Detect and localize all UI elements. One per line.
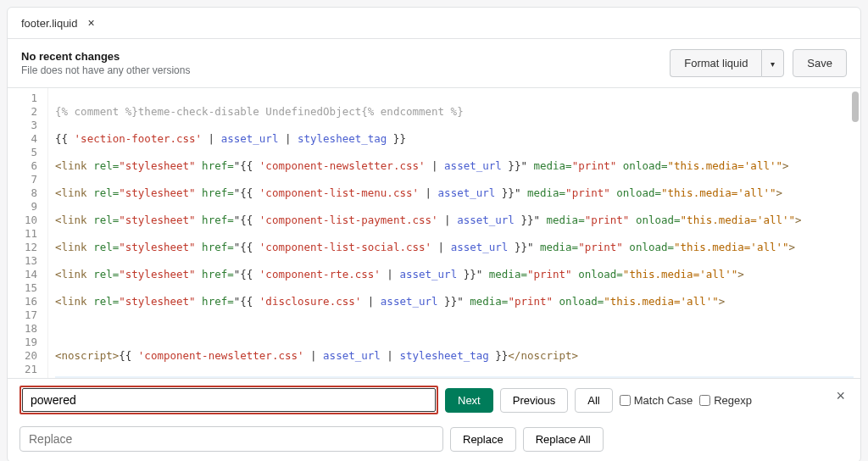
scrollbar[interactable] [852,92,859,375]
regexp-toggle[interactable]: Regexp [699,394,752,407]
replace-bar: Replace Replace All [8,421,860,461]
tab-filename: footer.liquid [21,17,78,30]
close-icon[interactable]: × [836,387,845,405]
changes-title: No recent changes [21,50,190,63]
toolbar: No recent changes File does not have any… [8,39,860,88]
editor-container: footer.liquid × No recent changes File d… [7,7,861,461]
save-button[interactable]: Save [793,49,847,77]
close-icon[interactable]: × [88,16,95,30]
regexp-checkbox[interactable] [699,395,710,406]
search-input[interactable] [22,388,436,412]
replace-button[interactable]: Replace [450,427,516,452]
toolbar-info: No recent changes File does not have any… [21,50,190,76]
match-case-toggle[interactable]: Match Case [620,394,693,407]
scroll-thumb[interactable] [852,92,859,122]
tab-bar: footer.liquid × [8,8,860,39]
search-highlight-box [19,386,438,414]
next-button[interactable]: Next [445,388,493,413]
code-content[interactable]: {% comment %}theme-check-disable Undefin… [48,88,860,378]
format-dropdown-button[interactable] [761,49,784,77]
file-tab[interactable]: footer.liquid × [8,8,108,38]
code-editor[interactable]: 12345678910111213141516171819202122 {% c… [8,88,860,378]
find-bar: Next Previous All Match Case Regexp × [8,378,860,421]
format-button-group: Format liquid [670,49,784,77]
replace-input[interactable] [19,426,443,452]
line-gutter: 12345678910111213141516171819202122 [8,88,48,378]
all-button[interactable]: All [575,388,612,413]
previous-button[interactable]: Previous [500,388,569,413]
toolbar-actions: Format liquid Save [670,49,847,77]
format-liquid-button[interactable]: Format liquid [670,49,761,77]
changes-subtitle: File does not have any other versions [21,64,190,76]
match-case-checkbox[interactable] [620,395,631,406]
replace-all-button[interactable]: Replace All [523,427,604,452]
